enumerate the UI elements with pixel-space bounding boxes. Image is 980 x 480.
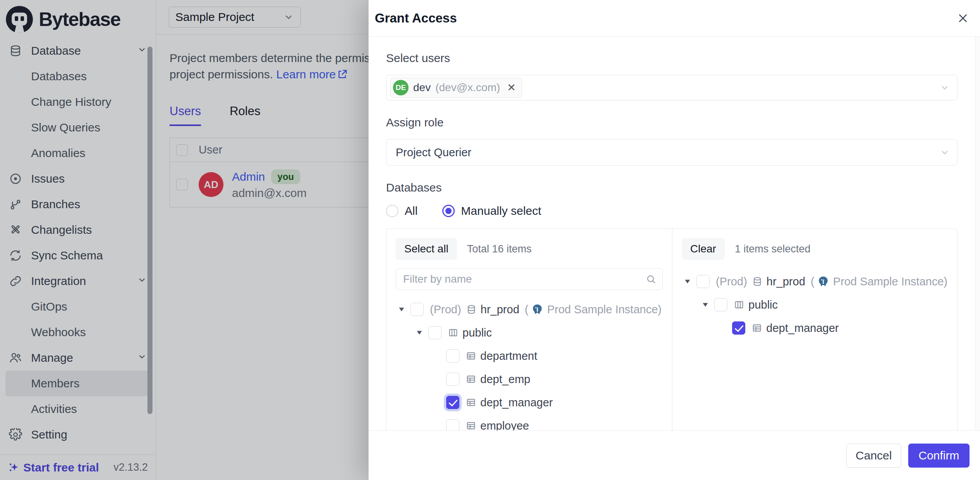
filter-input[interactable] bbox=[396, 268, 663, 290]
transfer-selected-panel: Clear 1 items selected (Prod) hr_prod ( bbox=[672, 229, 957, 430]
chevron-down-icon bbox=[939, 147, 950, 158]
tree-row[interactable]: dept_manager bbox=[682, 316, 948, 340]
cancel-button[interactable]: Cancel bbox=[846, 444, 901, 468]
databases-label: Databases bbox=[386, 181, 957, 194]
table-icon bbox=[466, 351, 476, 361]
table-icon bbox=[466, 397, 476, 408]
search-icon bbox=[646, 274, 656, 285]
role-select[interactable]: Project Querier bbox=[386, 139, 957, 166]
total-count-label: Total 16 items bbox=[467, 243, 532, 255]
schema-icon bbox=[734, 299, 745, 310]
postgresql-icon bbox=[532, 304, 543, 315]
table-icon bbox=[466, 420, 476, 430]
user-chip: DE dev (dev@x.com) ✕ bbox=[390, 78, 522, 98]
checkbox[interactable] bbox=[410, 303, 424, 316]
modal-footer: Cancel Confirm bbox=[369, 430, 980, 480]
caret-down-icon[interactable] bbox=[414, 330, 425, 335]
selected-count-label: 1 items selected bbox=[735, 243, 810, 255]
close-icon[interactable] bbox=[957, 12, 969, 24]
checkbox-checked[interactable] bbox=[732, 321, 745, 335]
chevron-down-icon bbox=[939, 82, 950, 93]
tree-row[interactable]: public bbox=[682, 293, 948, 316]
checkbox[interactable] bbox=[446, 349, 459, 363]
tree-row[interactable]: dept_emp bbox=[396, 368, 663, 391]
tree-row[interactable]: employee bbox=[396, 414, 663, 430]
tree-row[interactable]: public bbox=[396, 321, 663, 344]
modal-title: Grant Access bbox=[375, 11, 457, 26]
select-users-input[interactable]: DE dev (dev@x.com) ✕ bbox=[386, 75, 957, 100]
modal-scrollbar-gutter[interactable] bbox=[975, 37, 980, 430]
caret-down-icon[interactable] bbox=[700, 302, 711, 307]
table-icon bbox=[466, 374, 476, 385]
checkbox[interactable] bbox=[696, 275, 710, 288]
database-scope-radios: All Manually select bbox=[386, 204, 957, 218]
radio-all[interactable] bbox=[386, 205, 398, 217]
remove-chip-icon[interactable]: ✕ bbox=[507, 83, 516, 93]
modal-header: Grant Access bbox=[369, 0, 980, 37]
tree-row[interactable]: dept_manager bbox=[396, 391, 663, 414]
database-transfer: Select all Total 16 items (Prod) bbox=[386, 228, 957, 430]
transfer-source-panel: Select all Total 16 items (Prod) bbox=[386, 229, 672, 430]
checkbox[interactable] bbox=[428, 326, 442, 339]
checkbox[interactable] bbox=[446, 373, 459, 386]
tree-row[interactable]: department bbox=[396, 344, 663, 368]
assign-role-label: Assign role bbox=[386, 116, 957, 129]
clear-button[interactable]: Clear bbox=[682, 238, 725, 260]
database-icon bbox=[752, 276, 763, 287]
tree-row[interactable]: (Prod) hr_prod ( Prod Sample Instance) bbox=[682, 270, 948, 293]
source-tree: (Prod) hr_prod ( Prod Sample Instance) p… bbox=[396, 298, 663, 430]
radio-manually-select[interactable] bbox=[442, 205, 455, 217]
schema-icon bbox=[448, 327, 459, 338]
tree-row[interactable]: (Prod) hr_prod ( Prod Sample Instance) bbox=[396, 298, 663, 321]
select-users-label: Select users bbox=[386, 52, 957, 65]
filter-field bbox=[396, 268, 663, 290]
select-all-button[interactable]: Select all bbox=[396, 238, 457, 260]
database-icon bbox=[466, 304, 477, 315]
selected-tree: (Prod) hr_prod ( Prod Sample Instance) p… bbox=[682, 270, 948, 340]
confirm-button[interactable]: Confirm bbox=[908, 444, 970, 468]
avatar: DE bbox=[393, 80, 409, 95]
checkbox-checked[interactable] bbox=[446, 396, 459, 409]
checkbox[interactable] bbox=[714, 298, 727, 311]
postgresql-icon bbox=[817, 276, 829, 287]
caret-down-icon[interactable] bbox=[682, 279, 693, 284]
grant-access-modal: Grant Access Select users DE dev (dev@x.… bbox=[369, 0, 980, 480]
caret-down-icon[interactable] bbox=[396, 307, 407, 312]
table-icon bbox=[751, 323, 762, 333]
modal-body: Select users DE dev (dev@x.com) ✕ Assign… bbox=[369, 37, 980, 430]
checkbox[interactable] bbox=[446, 419, 459, 430]
screen: Bytebase Database Databases Change Histo… bbox=[0, 0, 980, 480]
